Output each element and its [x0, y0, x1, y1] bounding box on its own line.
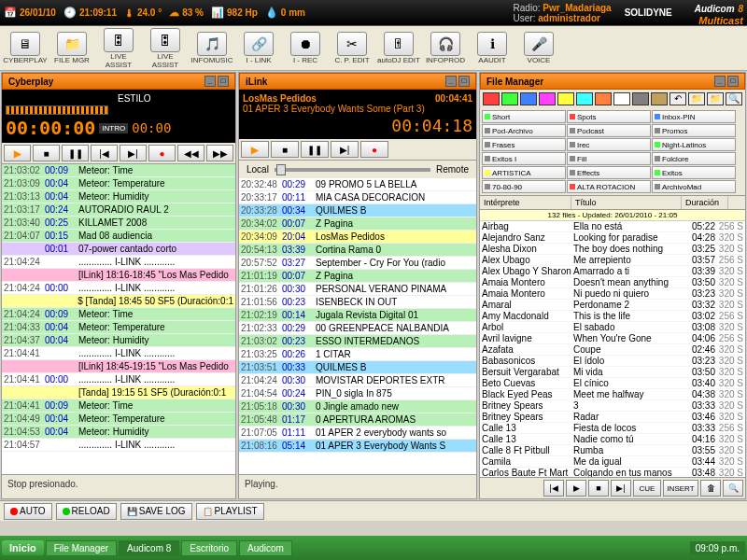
file-row[interactable]: Alex Ubago Y SharonAmarrado a ti03:39320…	[480, 266, 745, 277]
file-row[interactable]: Bersuit VergarabatMi vida03:50320 S	[480, 367, 745, 378]
color-swatch[interactable]	[557, 92, 574, 105]
color-swatch[interactable]	[576, 92, 593, 105]
schedule-row[interactable]: 21:04:0700:15Mad 08 audiencia	[2, 230, 235, 243]
playlist-row[interactable]: 21:02:1900:14Jugala Revista Digital 01	[239, 309, 476, 322]
rec-button[interactable]: ●	[148, 145, 176, 161]
schedule-row[interactable]: 21:04:3300:04Meteor: Temperature	[2, 321, 235, 334]
category-exitos[interactable]: Exitos	[652, 166, 736, 179]
playlist-row[interactable]: 21:08:1605:1401 APER 3 Everybody Wants S	[239, 440, 476, 453]
color-swatch[interactable]	[595, 92, 612, 105]
fm-search-button[interactable]: 🔍	[723, 480, 743, 497]
playlist-row[interactable]: 21:03:0200:23ESSO INTERMEDANOS	[239, 335, 476, 348]
start-button[interactable]: Inicio	[2, 540, 44, 555]
category-[interactable]: 70-80-90	[482, 180, 566, 193]
playlist-row[interactable]: 20:34:0200:07Z Pagina	[239, 217, 476, 231]
category-frases[interactable]: Frases	[482, 138, 566, 151]
category-spots[interactable]: Spots	[567, 110, 651, 123]
schedule-row[interactable]: 21:03:1700:24AUTORADIO RAUL 2	[2, 203, 235, 217]
category-fill[interactable]: Fill	[567, 152, 651, 165]
category-archivomad[interactable]: ArchivoMad	[652, 180, 736, 193]
schedule-row[interactable]: 21:03:0200:09Meteor: Time	[2, 164, 235, 177]
tool-liveassist[interactable]: 🎛LIVE ASSIST	[97, 28, 140, 69]
max-button[interactable]: □	[458, 76, 470, 87]
taskbar-task[interactable]: Audicom	[239, 540, 292, 556]
file-row[interactable]: Britney SpearsRadar03:46320 S	[480, 412, 745, 423]
file-row[interactable]: Avril lavigneWhen You're Gone04:06256 S	[480, 333, 745, 344]
file-row[interactable]: AzafataCoupe02:46320 S	[480, 344, 745, 356]
color-swatch[interactable]	[613, 92, 630, 105]
file-row[interactable]: ArbolEl sabado03:08320 S	[480, 322, 745, 333]
pause-button[interactable]: ❚❚	[301, 141, 329, 158]
playlist-row[interactable]: 20:33:1700:11MIA CASA DECORACION	[239, 191, 476, 204]
category-inboxpin[interactable]: Inbox-PIN	[652, 110, 736, 123]
playlist-row[interactable]: 20:54:1303:39Cortina Rama 0	[239, 244, 476, 257]
category-irec[interactable]: Irec	[567, 138, 651, 151]
schedule-row[interactable]: 21:04:2400:09Meteor: Time	[2, 308, 235, 321]
file-row[interactable]: Calle 13Nadie como tú04:16320 S	[480, 434, 745, 445]
crossfade-slider[interactable]: Local Remote	[239, 161, 476, 178]
pause-button[interactable]: ❚❚	[62, 145, 89, 161]
playlist-row[interactable]: 21:01:2600:30PERSONAL VERANO PINAMA	[239, 283, 476, 296]
category-exitosi[interactable]: Exitos I	[482, 152, 566, 165]
max-button[interactable]: □	[727, 76, 739, 87]
reload-button[interactable]: RELOAD	[56, 503, 117, 520]
schedule-row[interactable]: 21:04:41............. I-LINK ...........…	[2, 347, 235, 360]
file-table-header[interactable]: Intérprete Título Duración	[480, 195, 745, 210]
auto-button[interactable]: AUTO	[4, 503, 52, 520]
schedule-row[interactable]: 21:04:2400:00............. I-LINK ......…	[2, 282, 235, 295]
playlist-row[interactable]: 21:05:4801:170 APERTURA AROMAS	[239, 413, 476, 427]
fm-prev-button[interactable]: |◀	[543, 480, 564, 497]
schedule-row[interactable]: [ILink] 18:45-19:15 "Los Mas Pedido	[2, 360, 235, 373]
stop-button[interactable]: ■	[33, 145, 60, 161]
cue-button[interactable]: CUE	[633, 480, 661, 497]
tool-cyberplay[interactable]: 🖥CYBERPLAY	[4, 32, 47, 64]
taskbar-task[interactable]: Audicom 8	[119, 540, 179, 556]
file-list[interactable]: AirbagElla no está05:22256 SAlejandro Sa…	[480, 221, 745, 477]
min-button[interactable]: _	[445, 76, 457, 87]
category-effects[interactable]: Effects	[567, 166, 651, 179]
category-folclore[interactable]: Folclore	[652, 152, 736, 165]
tool-filemgr[interactable]: 📁FILE MGR	[50, 32, 93, 64]
category-promos[interactable]: Promos	[652, 124, 736, 137]
schedule-row[interactable]: 21:04:4100:09Meteor: Time	[2, 399, 235, 413]
schedule-row[interactable]: [Tanda] 19:15 51 SF5 (Duración:0:1	[2, 386, 235, 399]
category-altarotacion[interactable]: ALTA ROTACION	[567, 180, 651, 193]
schedule-row[interactable]: 21:04:4900:04Meteor: Temperature	[2, 413, 235, 426]
schedule-row[interactable]: 21:03:4000:25KILLAMET 2008	[2, 217, 235, 230]
schedule-row[interactable]: 21:04:5300:04Meteor: Humidity	[2, 426, 235, 439]
file-row[interactable]: Amaia MonteroNi puedo ni quiero03:23320 …	[480, 288, 745, 300]
rew-button[interactable]: ◀◀	[177, 145, 204, 161]
category-nightlatinos[interactable]: Night-Latinos	[652, 138, 736, 151]
color-swatch[interactable]	[651, 92, 668, 105]
file-row[interactable]: Amy MacdonaldThis is the life03:02256 S	[480, 311, 745, 322]
max-button[interactable]: □	[218, 76, 229, 87]
taskbar-task[interactable]: Escritorio	[181, 540, 237, 556]
category-podcast[interactable]: Podcast	[567, 124, 651, 137]
playlist-row[interactable]: 21:05:1800:300 Jingle amado new	[239, 400, 476, 413]
playlist-row[interactable]: 21:04:5400:24PIN_0 sigla In 875	[239, 387, 476, 400]
file-row[interactable]: Alejandro SanzLooking for paradise04:283…	[480, 232, 745, 244]
playlist-row[interactable]: 20:32:4800:2909 PROMO 5 LA BELLA	[239, 178, 476, 191]
file-row[interactable]: Britney Spears303:33320 S	[480, 400, 745, 412]
cyberplay-schedule[interactable]: 21:03:0200:09Meteor: Time21:03:0900:04Me…	[2, 164, 235, 474]
rec-button[interactable]: ●	[360, 141, 388, 158]
file-row[interactable]: Amaia MonteroDoesn't mean anything03:503…	[480, 277, 745, 288]
prev-button[interactable]: |◀	[91, 145, 118, 161]
schedule-row[interactable]: 21:04:3700:04Meteor: Humidity	[2, 334, 235, 347]
file-row[interactable]: Calle 13Fiesta de locos03:33256 S	[480, 423, 745, 434]
fm-tool-icon[interactable]: 📁	[688, 92, 705, 105]
play-button[interactable]: ▶	[4, 145, 31, 161]
play-button[interactable]: ▶	[241, 141, 269, 158]
ilink-playlist[interactable]: 20:32:4800:2909 PROMO 5 LA BELLA20:33:17…	[239, 178, 476, 474]
file-row[interactable]: AmaralPerdoname 203:32320 S	[480, 300, 745, 311]
tool-irec[interactable]: ⏺I - REC	[284, 32, 327, 64]
color-swatch[interactable]	[501, 92, 518, 105]
file-row[interactable]: Alex UbagoMe arrepiento03:57256 S	[480, 255, 745, 266]
fm-trash-button[interactable]: 🗑	[700, 480, 721, 497]
schedule-row[interactable]: 21:04:4100:00............. I-LINK ......…	[2, 373, 235, 386]
file-row[interactable]: BabasonicosEl ídolo03:23320 S	[480, 356, 745, 367]
stop-button[interactable]: ■	[271, 141, 299, 158]
schedule-row[interactable]: 21:03:0900:04Meteor: Temperature	[2, 177, 235, 190]
fm-tool-icon[interactable]: ↶	[669, 92, 686, 105]
tool-autodjedit[interactable]: 🎚autoDJ EDIT	[377, 32, 420, 64]
